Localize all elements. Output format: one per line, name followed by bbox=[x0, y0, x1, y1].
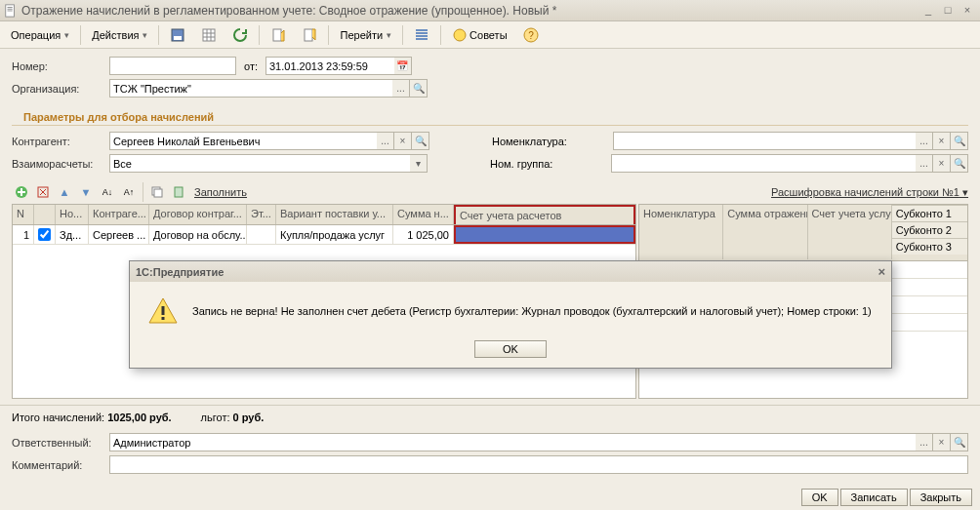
document-icon bbox=[4, 4, 18, 18]
clear-icon[interactable]: × bbox=[933, 433, 951, 451]
svg-rect-13 bbox=[175, 187, 183, 197]
sort-asc-icon[interactable]: A↓ bbox=[98, 182, 117, 202]
svg-rect-12 bbox=[154, 189, 162, 197]
settlements-label: Взаиморасчеты: bbox=[12, 158, 105, 170]
add-row-icon[interactable] bbox=[12, 182, 31, 202]
from-label: от: bbox=[244, 60, 258, 72]
dialog-title: 1С:Предприятие bbox=[136, 266, 224, 278]
col-contr[interactable]: Контраге... bbox=[89, 205, 149, 224]
lookup-icon[interactable]: 🔍 bbox=[951, 154, 968, 173]
col-check[interactable] bbox=[34, 205, 56, 224]
window-title: Отражение начислений в регламентированно… bbox=[21, 4, 919, 18]
number-input[interactable] bbox=[109, 57, 236, 75]
toolbar-save-icon[interactable] bbox=[163, 24, 192, 46]
col-dog[interactable]: Договор контраг... bbox=[149, 205, 247, 224]
detail-header-link[interactable]: Расшифровка начислений строки №1 ▾ bbox=[771, 186, 968, 199]
dcol-sub3[interactable]: Субконто 3 bbox=[892, 238, 967, 255]
dcol-acct[interactable]: Счет учета услуг bbox=[808, 205, 892, 259]
total-charges: Итого начислений: 1025,00 руб. bbox=[12, 412, 172, 423]
maximize-button[interactable]: □ bbox=[939, 4, 957, 18]
total-benefits: льгот: 0 руб. bbox=[201, 412, 265, 423]
main-toolbar: Операция Действия Перейти Советы ? bbox=[0, 21, 980, 49]
toolbar-list-icon[interactable] bbox=[407, 24, 436, 46]
lookup-icon[interactable]: 🔍 bbox=[410, 79, 428, 98]
select-icon[interactable]: ... bbox=[916, 433, 933, 451]
toolbar-page-down-icon[interactable] bbox=[295, 24, 324, 46]
comment-label: Комментарий: bbox=[12, 459, 105, 471]
minimize-button[interactable]: _ bbox=[919, 4, 937, 18]
svg-rect-3 bbox=[203, 29, 215, 41]
close-form-button[interactable]: Закрыть bbox=[910, 489, 972, 506]
select-icon[interactable]: ... bbox=[916, 132, 933, 150]
paste-icon[interactable] bbox=[169, 182, 188, 202]
warning-icon bbox=[147, 295, 179, 327]
lookup-icon[interactable]: 🔍 bbox=[951, 433, 968, 451]
close-button[interactable]: × bbox=[959, 4, 976, 18]
resp-label: Ответственный: bbox=[12, 437, 105, 449]
sort-desc-icon[interactable]: A↑ bbox=[119, 182, 139, 202]
write-button[interactable]: Записать bbox=[840, 489, 908, 506]
lookup-icon[interactable]: 🔍 bbox=[951, 132, 968, 150]
svg-rect-14 bbox=[162, 306, 165, 315]
svg-rect-15 bbox=[162, 317, 165, 320]
contragent-label: Контрагент: bbox=[12, 136, 105, 147]
clear-icon[interactable]: × bbox=[933, 132, 951, 150]
col-variant[interactable]: Вариант поставки у... bbox=[276, 205, 393, 224]
nomen-input[interactable] bbox=[613, 132, 916, 150]
svg-rect-5 bbox=[305, 29, 312, 41]
toolbar-sheet-icon[interactable] bbox=[194, 24, 224, 46]
dialog-ok-button[interactable]: OK bbox=[474, 340, 547, 358]
dcol-sub2[interactable]: Субконто 2 bbox=[892, 221, 967, 238]
clear-icon[interactable]: × bbox=[933, 154, 951, 173]
move-up-icon[interactable]: ▲ bbox=[55, 182, 74, 202]
lookup-icon[interactable]: 🔍 bbox=[412, 132, 429, 150]
ok-button[interactable]: OK bbox=[801, 489, 838, 506]
resp-input[interactable] bbox=[109, 433, 916, 451]
toolbar-page-up-icon[interactable] bbox=[264, 24, 293, 46]
col-n[interactable]: N bbox=[13, 205, 34, 224]
col-sum[interactable]: Сумма н... bbox=[393, 205, 454, 224]
actions-menu[interactable]: Действия bbox=[85, 24, 154, 46]
tips-button[interactable]: Советы bbox=[445, 24, 513, 46]
number-label: Номер: bbox=[12, 60, 105, 72]
filter-section-header: Параметры для отбора начислений bbox=[12, 105, 968, 126]
dropdown-icon[interactable]: ▾ bbox=[410, 154, 428, 173]
select-icon[interactable]: ... bbox=[392, 79, 410, 98]
date-input[interactable] bbox=[265, 57, 394, 75]
svg-text:?: ? bbox=[528, 30, 534, 41]
dialog-close-icon[interactable]: × bbox=[878, 264, 885, 279]
comment-input[interactable] bbox=[109, 455, 968, 474]
move-down-icon[interactable]: ▼ bbox=[76, 182, 96, 202]
group-input[interactable] bbox=[611, 154, 916, 173]
select-icon[interactable]: ... bbox=[377, 132, 394, 150]
org-input[interactable] bbox=[109, 79, 392, 98]
col-acct[interactable]: Счет учета расчетов bbox=[454, 205, 635, 224]
fill-link[interactable]: Заполнить bbox=[194, 186, 247, 198]
select-icon[interactable]: ... bbox=[916, 154, 933, 173]
dcol-sub1[interactable]: Субконто 1 bbox=[892, 205, 967, 221]
svg-point-6 bbox=[454, 29, 466, 41]
operation-menu[interactable]: Операция bbox=[4, 24, 76, 46]
acct-cell[interactable] bbox=[454, 225, 635, 244]
titlebar: Отражение начислений в регламентированно… bbox=[0, 0, 980, 21]
toolbar-refresh-icon[interactable] bbox=[225, 24, 255, 46]
table-row[interactable]: 1 Зд... Сергеев ... Договор на обслу... … bbox=[13, 225, 635, 245]
contragent-input[interactable] bbox=[109, 132, 377, 150]
settlements-input[interactable] bbox=[109, 154, 410, 173]
dialog-message: Запись не верна! Не заполнен счет дебета… bbox=[192, 305, 872, 317]
copy-icon[interactable] bbox=[147, 182, 167, 202]
goto-menu[interactable]: Перейти bbox=[333, 24, 398, 46]
dcol-sum[interactable]: Сумма отражения bbox=[723, 205, 807, 259]
help-button[interactable]: ? bbox=[516, 24, 546, 46]
svg-rect-4 bbox=[273, 29, 281, 41]
delete-row-icon[interactable] bbox=[33, 182, 53, 202]
clear-icon[interactable]: × bbox=[394, 132, 412, 150]
col-ho[interactable]: Но... bbox=[56, 205, 89, 224]
calendar-icon[interactable]: 📅 bbox=[394, 57, 412, 75]
error-dialog: 1С:Предприятие × Запись не верна! Не зап… bbox=[129, 260, 892, 369]
org-label: Организация: bbox=[12, 83, 105, 95]
row-checkbox[interactable] bbox=[38, 228, 51, 241]
col-et[interactable]: Эт... bbox=[247, 205, 276, 224]
dcol-nomen[interactable]: Номенклатура bbox=[639, 205, 723, 259]
group-label: Ном. группа: bbox=[490, 158, 607, 170]
